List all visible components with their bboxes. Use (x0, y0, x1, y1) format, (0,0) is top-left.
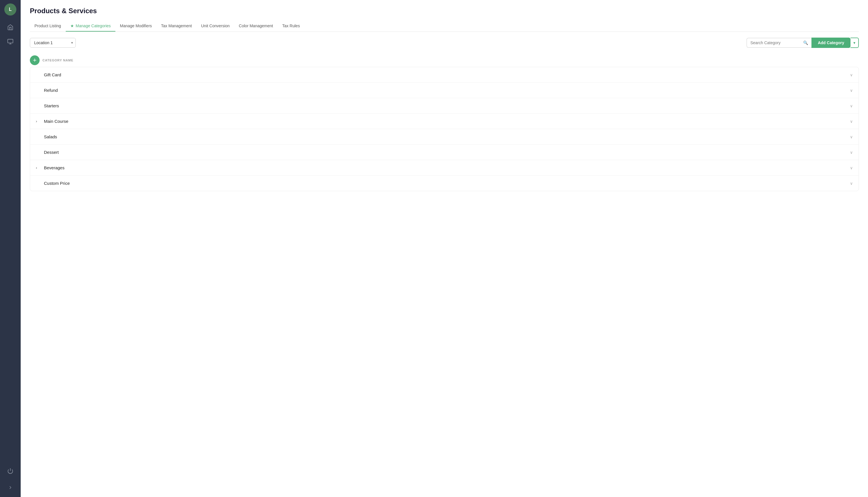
category-name-refund: Refund (44, 88, 850, 93)
tab-product-listing[interactable]: Product Listing (30, 21, 66, 31)
chevron-down-icon: ∨ (850, 88, 853, 93)
content-area: Products & Services Product Listing ★ Ma… (21, 0, 868, 497)
tabs-bar: Product Listing ★ Manage Categories Mana… (30, 21, 859, 32)
chevron-down-icon: ∨ (850, 181, 853, 186)
category-name-main-course: Main Course (44, 119, 850, 124)
category-section: + CATEGORY NAME Gift Card ∨ Refund ∨ (30, 54, 859, 191)
category-name-salads: Salads (44, 134, 850, 139)
chevron-right-icon: › (36, 166, 42, 170)
sidebar-expand-button[interactable] (4, 482, 16, 494)
tab-manage-categories[interactable]: ★ Manage Categories (66, 21, 115, 31)
location-select[interactable]: Location 1 Location 2 Location 3 (30, 38, 76, 48)
sidebar-item-monitor[interactable] (4, 36, 16, 48)
tab-color-management[interactable]: Color Management (234, 21, 278, 31)
chevron-down-icon: ∨ (850, 73, 853, 77)
tab-unit-conversion[interactable]: Unit Conversion (196, 21, 234, 31)
add-category-button[interactable]: Add Category (811, 38, 851, 48)
search-box: 🔍 (746, 38, 811, 48)
category-column-header: CATEGORY NAME (42, 58, 73, 62)
chevron-down-icon: ∨ (850, 134, 853, 139)
category-name-gift-card: Gift Card (44, 72, 850, 77)
star-icon: ★ (70, 24, 74, 28)
svg-rect-0 (8, 39, 13, 43)
category-row-refund[interactable]: Refund ∨ (30, 83, 858, 98)
tab-tax-rules[interactable]: Tax Rules (278, 21, 304, 31)
location-select-wrapper: Location 1 Location 2 Location 3 ▾ (30, 38, 76, 48)
category-list: Gift Card ∨ Refund ∨ Starters ∨ › (30, 67, 859, 191)
category-row-beverages[interactable]: › Beverages ∨ (30, 160, 858, 175)
user-avatar[interactable]: L (4, 3, 16, 15)
sidebar-item-power[interactable] (4, 465, 16, 477)
category-name-beverages: Beverages (44, 165, 850, 170)
main-content: Products & Services Product Listing ★ Ma… (21, 0, 868, 497)
toolbar: Location 1 Location 2 Location 3 ▾ 🔍 Add… (30, 38, 859, 48)
category-row-gift-card[interactable]: Gift Card ∨ (30, 67, 858, 83)
search-input[interactable] (750, 41, 802, 45)
chevron-down-icon: ∨ (850, 166, 853, 170)
chevron-down-icon: ∨ (850, 119, 853, 124)
add-category-circle-button[interactable]: + (30, 55, 40, 65)
category-name-dessert: Dessert (44, 150, 850, 155)
category-row-starters[interactable]: Starters ∨ (30, 98, 858, 114)
category-row-salads[interactable]: Salads ∨ (30, 129, 858, 145)
tab-manage-modifiers[interactable]: Manage Modifiers (115, 21, 156, 31)
category-header-row: + CATEGORY NAME (30, 54, 859, 67)
category-name-custom-price: Custom Price (44, 181, 850, 186)
sidebar: L (0, 0, 21, 497)
toolbar-right: 🔍 Add Category ▾ (746, 38, 859, 48)
chevron-down-icon: ∨ (850, 150, 853, 155)
category-name-starters: Starters (44, 103, 850, 108)
sidebar-item-home[interactable] (4, 21, 16, 33)
search-icon: 🔍 (803, 41, 808, 45)
page-title: Products & Services (30, 7, 859, 15)
chevron-right-icon: › (36, 119, 42, 123)
tab-tax-management[interactable]: Tax Management (156, 21, 196, 31)
chevron-down-icon: ∨ (850, 103, 853, 108)
category-row-dessert[interactable]: Dessert ∨ (30, 145, 858, 160)
category-row-main-course[interactable]: › Main Course ∨ (30, 114, 858, 129)
add-category-dropdown-button[interactable]: ▾ (851, 38, 859, 48)
category-row-custom-price[interactable]: Custom Price ∨ (30, 175, 858, 191)
